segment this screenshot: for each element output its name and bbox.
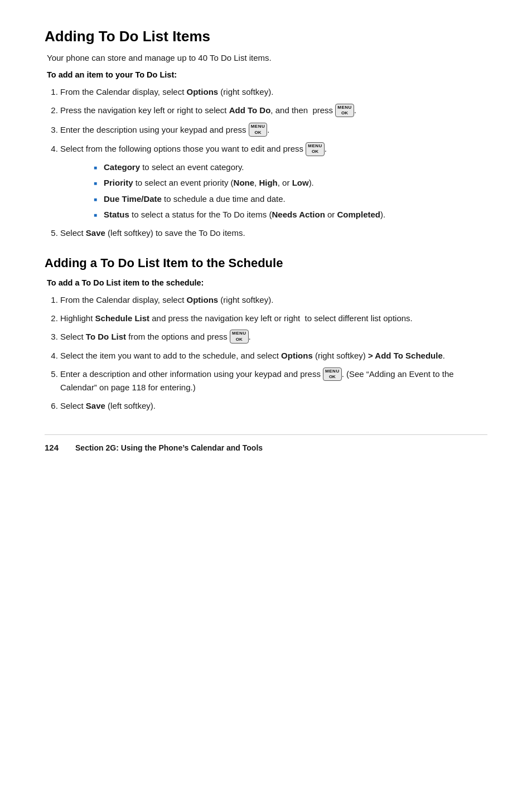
step-1-3: Enter the description using your keypad … <box>60 123 487 137</box>
section2-subtitle: To add a To Do List item to the schedule… <box>47 278 487 287</box>
menu-icon-4: MENUOK <box>230 330 249 344</box>
bullet-category: Category to select an event category. <box>94 161 487 174</box>
bullet-duetime: Due Time/Date to schedule a due time and… <box>94 193 487 206</box>
menu-icon-5: MENUOK <box>323 367 342 381</box>
menu-icon-2: MENUOK <box>249 123 268 137</box>
menu-icon-1: MENUOK <box>335 104 354 118</box>
step-2-6: Select Save (left softkey). <box>60 400 487 413</box>
step-2-5: Enter a description and other informatio… <box>60 368 487 394</box>
section2-steps: From the Calendar display, select Option… <box>60 294 487 412</box>
footer: 124 Section 2G: Using the Phone’s Calend… <box>45 434 487 452</box>
step-2-2: Highlight Schedule List and press the na… <box>60 312 487 325</box>
section1-subtitle: To add an item to your To Do List: <box>47 70 487 79</box>
bullet-status: Status to select a status for the To Do … <box>94 209 487 221</box>
bullet-priority: Priority to select an event priority (No… <box>94 177 487 190</box>
footer-page-number: 124 <box>45 443 59 452</box>
step-1-2: Press the navigation key left or right t… <box>60 104 487 118</box>
step-1-4-bullets: Category to select an event category. Pr… <box>94 161 487 221</box>
step-1-1: From the Calendar display, select Option… <box>60 86 487 99</box>
footer-section-text: Section 2G: Using the Phone’s Calendar a… <box>75 443 263 452</box>
menu-icon-3: MENUOK <box>306 142 325 156</box>
section1-intro: Your phone can store and manage up to 40… <box>47 53 487 62</box>
step-1-4: Select from the following options those … <box>60 143 487 221</box>
section2-title: Adding a To Do List Item to the Schedule <box>45 256 487 270</box>
section1-steps: From the Calendar display, select Option… <box>60 86 487 239</box>
step-2-3: Select To Do List from the options and p… <box>60 330 487 344</box>
step-1-5: Select Save (left softkey) to save the T… <box>60 227 487 240</box>
step-2-4: Select the item you want to add to the s… <box>60 350 487 362</box>
section1-title: Adding To Do List Items <box>45 28 487 45</box>
step-2-1: From the Calendar display, select Option… <box>60 294 487 307</box>
